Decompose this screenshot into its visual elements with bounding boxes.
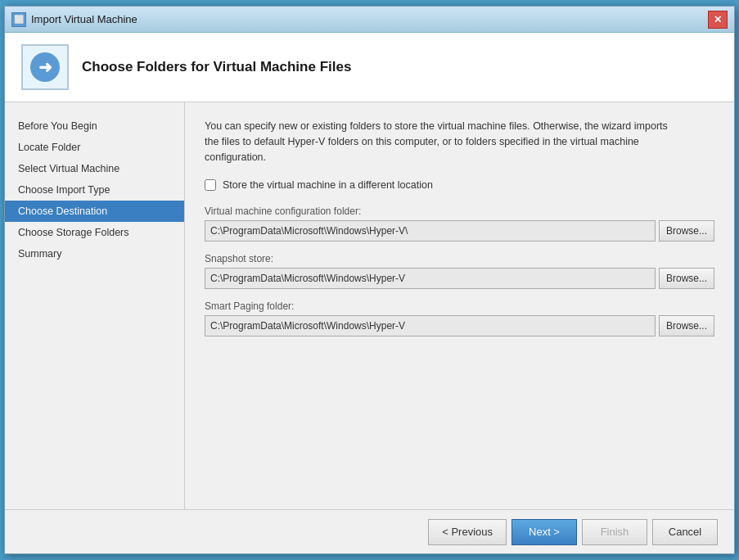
sidebar-item-choose-storage[interactable]: Choose Storage Folders: [5, 222, 184, 243]
store-different-location-checkbox[interactable]: [205, 179, 216, 191]
finish-button[interactable]: Finish: [582, 519, 647, 545]
close-button[interactable]: ✕: [708, 11, 728, 29]
checkbox-label[interactable]: Store the virtual machine in a different…: [223, 179, 433, 191]
window: ⬜ Import Virtual Machine ✕ ➜ Choose Fold…: [4, 6, 735, 554]
sidebar-item-choose-import-type[interactable]: Choose Import Type: [5, 179, 184, 201]
smart-paging-label: Smart Paging folder:: [205, 300, 714, 312]
smart-paging-group: Smart Paging folder: Browse...: [205, 300, 714, 336]
snapshot-browse-button[interactable]: Browse...: [659, 268, 714, 289]
sidebar-item-before-you-begin[interactable]: Before You Begin: [5, 115, 184, 137]
content-area: Before You Begin Locate Folder Select Vi…: [5, 102, 734, 509]
sidebar-item-choose-destination[interactable]: Choose Destination: [5, 201, 184, 222]
sidebar-item-select-vm[interactable]: Select Virtual Machine: [5, 158, 184, 179]
snapshot-input[interactable]: [205, 268, 656, 289]
window-title: Import Virtual Machine: [31, 13, 137, 25]
title-icon: ⬜: [11, 12, 26, 27]
title-bar: ⬜ Import Virtual Machine ✕: [5, 7, 734, 33]
next-button[interactable]: Next >: [511, 519, 577, 545]
snapshot-group: Snapshot store: Browse...: [205, 253, 714, 289]
vm-config-input[interactable]: [205, 220, 656, 242]
smart-paging-browse-button[interactable]: Browse...: [659, 315, 714, 336]
smart-paging-input[interactable]: [205, 315, 656, 336]
arrow-icon: ➜: [30, 52, 60, 82]
checkbox-row: Store the virtual machine in a different…: [205, 179, 714, 191]
sidebar-item-summary[interactable]: Summary: [5, 243, 184, 264]
description-text: You can specify new or existing folders …: [205, 119, 679, 165]
footer: < Previous Next > Finish Cancel: [5, 509, 734, 553]
header-section: ➜ Choose Folders for Virtual Machine Fil…: [5, 33, 734, 102]
header-icon-box: ➜: [21, 44, 69, 90]
vm-config-group: Virtual machine configuration folder: Br…: [205, 205, 714, 242]
sidebar: Before You Begin Locate Folder Select Vi…: [5, 102, 185, 509]
sidebar-item-locate-folder[interactable]: Locate Folder: [5, 137, 184, 158]
snapshot-label: Snapshot store:: [205, 253, 714, 264]
previous-button[interactable]: < Previous: [428, 519, 507, 545]
cancel-button[interactable]: Cancel: [652, 519, 718, 545]
vm-config-label: Virtual machine configuration folder:: [205, 205, 714, 217]
main-content: You can specify new or existing folders …: [185, 102, 734, 509]
vm-config-browse-button[interactable]: Browse...: [659, 220, 714, 242]
page-title: Choose Folders for Virtual Machine Files: [82, 59, 351, 75]
